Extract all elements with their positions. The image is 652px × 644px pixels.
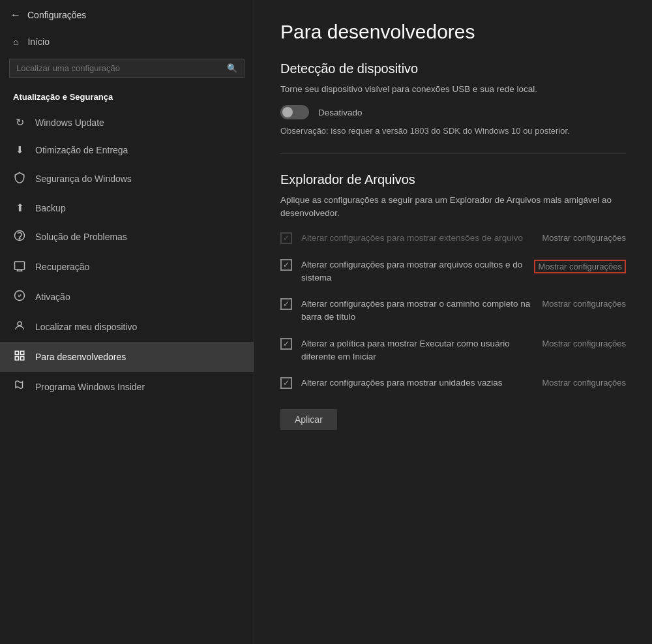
section-title: Atualização e Segurança	[0, 87, 254, 108]
checkbox-icon-ocultos	[280, 259, 292, 271]
toggle-row: Desativado	[280, 105, 626, 119]
nav-label-insider: Programa Windows Insider	[35, 382, 145, 392]
otimizacao-icon: ⬇	[13, 144, 26, 156]
checkbox-icon-executar	[280, 338, 292, 350]
show-config-link-extensoes[interactable]: Mostrar configurações	[542, 233, 626, 243]
svg-rect-8	[15, 351, 18, 354]
sidebar-item-otimizacao[interactable]: ⬇ Otimização de Entrega	[0, 136, 254, 164]
apply-button[interactable]: Aplicar	[280, 409, 337, 430]
nav-label-backup: Backup	[35, 203, 66, 213]
sidebar-item-windows-update[interactable]: ↻ Windows Update	[0, 108, 254, 136]
sidebar-header: ← Configurações	[0, 0, 254, 30]
ativacao-icon	[13, 290, 26, 304]
svg-point-7	[18, 322, 22, 326]
page-title: Para desenvolvedores	[280, 21, 626, 43]
checkbox-icon-unidades	[280, 377, 292, 389]
home-icon: ⌂	[13, 37, 18, 47]
sidebar-item-solucao[interactable]: Solução de Problemas	[0, 222, 254, 252]
section-divider	[280, 153, 626, 154]
show-config-link-unidades[interactable]: Mostrar configurações	[542, 378, 626, 388]
sidebar-item-backup[interactable]: ⬆ Backup	[0, 194, 254, 222]
nav-label-seguranca: Segurança do Windows	[35, 174, 132, 184]
file-explorer-desc: Aplique as configurações a seguir para u…	[280, 194, 626, 221]
checkbox-executar[interactable]	[280, 338, 292, 350]
sidebar-item-insider[interactable]: Programa Windows Insider	[0, 372, 254, 402]
file-option-label-executar: Alterar a política para mostrar Executar…	[301, 337, 533, 364]
search-input[interactable]	[16, 63, 222, 73]
file-option-label-unidades: Alterar configurações para mostrar unida…	[301, 376, 502, 390]
solucao-icon	[13, 230, 26, 244]
checkbox-extensoes[interactable]	[280, 232, 292, 244]
nav-label-otimizacao: Otimização de Entrega	[35, 145, 128, 155]
file-option-executar: Alterar a política para mostrar Executar…	[280, 337, 626, 364]
svg-rect-10	[21, 357, 24, 360]
nav-label-windows-update: Windows Update	[35, 117, 104, 128]
device-note: Observação: isso requer a versão 1803 do…	[280, 125, 626, 138]
checkbox-icon-extensoes	[280, 232, 292, 244]
svg-point-1	[19, 238, 20, 239]
checkbox-ocultos[interactable]	[280, 259, 292, 271]
device-detection-title: Detecção de dispositivo	[280, 61, 626, 76]
file-option-label-extensoes: Alterar configurações para mostrar exten…	[301, 232, 523, 245]
seguranca-icon	[13, 172, 26, 186]
search-icon: 🔍	[227, 63, 237, 73]
sidebar-item-recuperacao[interactable]: Recuperação	[0, 252, 254, 282]
home-label: Início	[27, 37, 49, 47]
sidebar: ← Configurações ⌂ Início 🔍 Atualização e…	[0, 0, 254, 644]
checkbox-icon-caminho	[280, 298, 292, 310]
device-toggle[interactable]	[280, 105, 309, 119]
checkbox-caminho[interactable]	[280, 298, 292, 310]
nav-label-recuperacao: Recuperação	[35, 262, 89, 272]
file-option-ocultos: Alterar configurações para mostrar arqui…	[280, 258, 626, 285]
file-option-extensoes: Alterar configurações para mostrar exten…	[280, 232, 626, 245]
sidebar-home-item[interactable]: ⌂ Início	[0, 30, 254, 54]
backup-icon: ⬆	[13, 202, 26, 214]
nav-label-ativacao: Ativação	[35, 292, 70, 302]
sidebar-item-ativacao[interactable]: Ativação	[0, 282, 254, 312]
main-content: Para desenvolvedores Detecção de disposi…	[254, 0, 652, 644]
svg-rect-9	[21, 351, 24, 354]
back-icon[interactable]: ←	[10, 9, 21, 21]
file-option-label-ocultos: Alterar configurações para mostrar arqui…	[301, 258, 525, 285]
show-config-link-caminho[interactable]: Mostrar configurações	[542, 299, 626, 309]
insider-icon	[13, 380, 26, 394]
localizar-icon	[13, 320, 26, 334]
show-config-link-executar[interactable]: Mostrar configurações	[542, 339, 626, 348]
checkbox-unidades[interactable]	[280, 377, 292, 389]
search-box[interactable]: 🔍	[9, 59, 244, 78]
svg-rect-2	[15, 262, 25, 269]
sidebar-title: Configurações	[27, 10, 86, 20]
windows-update-icon: ↻	[13, 116, 26, 129]
file-option-label-caminho: Alterar configurações para mostrar o cam…	[301, 298, 533, 324]
svg-rect-11	[15, 357, 18, 360]
nav-label-localizar: Localizar meu dispositivo	[35, 322, 137, 332]
nav-label-solucao: Solução de Problemas	[35, 232, 127, 242]
sidebar-item-seguranca[interactable]: Segurança do Windows	[0, 164, 254, 194]
desenvolvedores-icon	[13, 350, 26, 364]
file-option-caminho: Alterar configurações para mostrar o cam…	[280, 298, 626, 324]
sidebar-item-localizar[interactable]: Localizar meu dispositivo	[0, 312, 254, 342]
show-config-link-ocultos[interactable]: Mostrar configurações	[534, 260, 626, 273]
sidebar-item-desenvolvedores[interactable]: Para desenvolvedores	[0, 342, 254, 372]
file-explorer-title: Explorador de Arquivos	[280, 172, 626, 187]
file-option-unidades: Alterar configurações para mostrar unida…	[280, 376, 626, 390]
toggle-label: Desativado	[318, 108, 363, 117]
nav-label-desenvolvedores: Para desenvolvedores	[35, 352, 126, 362]
device-detection-desc: Torne seu dispositivo visível para conex…	[280, 83, 626, 96]
recuperacao-icon	[13, 260, 26, 274]
